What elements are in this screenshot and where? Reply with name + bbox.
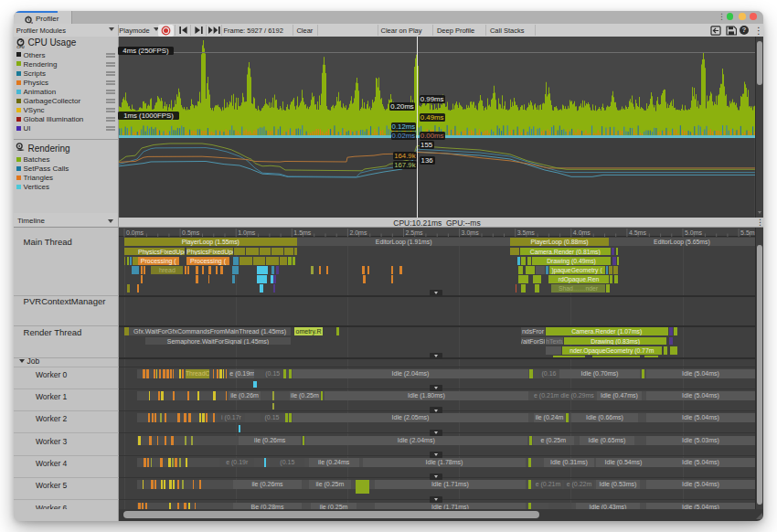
svg-text:2.5ms: 2.5ms <box>406 229 424 235</box>
svg-text:4.5ms: 4.5ms <box>629 229 647 235</box>
svg-text:5.0ms: 5.0ms <box>685 229 703 235</box>
svg-text:4.0ms: 4.0ms <box>573 229 591 235</box>
svg-text:0.0ms: 0.0ms <box>126 229 144 235</box>
svg-text:1.5ms: 1.5ms <box>293 229 312 235</box>
svg-text:3.0ms: 3.0ms <box>462 229 480 235</box>
svg-text:0.5ms: 0.5ms <box>182 229 200 235</box>
svg-text:1.0ms: 1.0ms <box>238 229 256 235</box>
svg-text:3.5ms: 3.5ms <box>517 229 536 235</box>
svg-text:q: q <box>30 20 32 24</box>
svg-text:2.0ms: 2.0ms <box>349 229 367 235</box>
svg-text:CPU: CPU <box>16 45 24 48</box>
